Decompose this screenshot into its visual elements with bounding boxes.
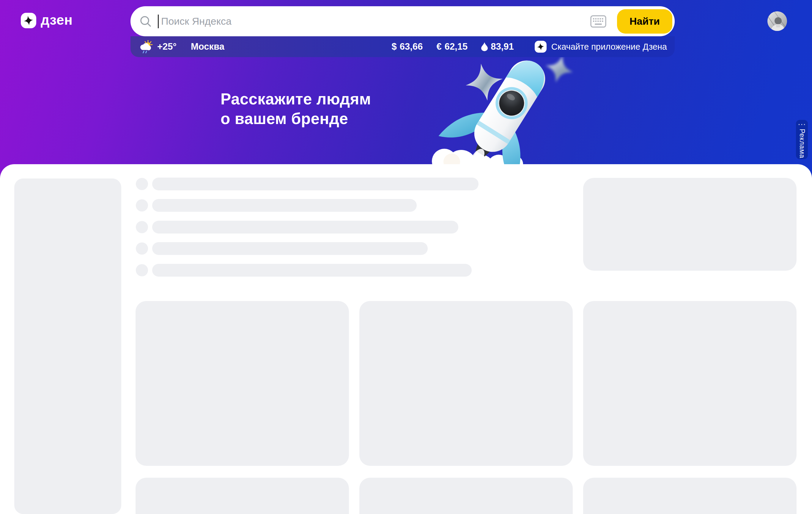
info-bar: +25° Москва $ 63,66 € 62,15 83,91 [130, 36, 675, 57]
user-avatar[interactable] [767, 11, 787, 31]
dzen-star-icon [21, 13, 36, 28]
usd-rate[interactable]: $ 63,66 [392, 42, 423, 52]
feed-row-bar-skeleton [152, 178, 478, 190]
widget-card-skeleton [583, 178, 796, 271]
app-promo-text: Скачайте приложение Дзена [551, 42, 667, 52]
content-panel [0, 164, 812, 514]
dzen-homepage: Расскажите людям о вашем бренде ⋯ Реклам… [0, 0, 812, 514]
hero-title-line1: Расскажите людям [221, 89, 371, 109]
keyboard-icon[interactable] [590, 15, 606, 28]
content-card-skeleton [136, 478, 349, 514]
feed-row-avatar-skeleton [136, 178, 148, 190]
content-card-skeleton [359, 301, 573, 466]
weather-sun-rain-icon [139, 40, 153, 53]
eur-symbol: € [436, 42, 441, 52]
city-link[interactable]: Москва [191, 42, 224, 52]
content-card-skeleton [136, 301, 349, 466]
dzen-logo[interactable]: дзен [21, 12, 72, 29]
temperature-value: +25° [157, 42, 177, 52]
ad-info-tab[interactable]: ⋯ Реклама [796, 120, 808, 159]
feed-row-bar-skeleton [152, 221, 458, 234]
ad-tab-label: Реклама [798, 129, 806, 158]
eur-value: 62,15 [445, 42, 468, 52]
rocket-illustration [416, 54, 600, 173]
hero-banner-title: Расскажите людям о вашем бренде [221, 89, 371, 129]
feed-row-avatar-skeleton [136, 242, 148, 254]
search-icon [139, 15, 152, 28]
usd-value: 63,66 [400, 42, 423, 52]
text-cursor [158, 15, 159, 28]
weather-block[interactable]: +25° Москва [139, 40, 224, 53]
feed-row-avatar-skeleton [136, 264, 148, 276]
search-bar[interactable]: Найти [130, 6, 675, 36]
feed-row-bar-skeleton [152, 199, 417, 212]
search-input[interactable] [161, 15, 590, 27]
content-card-skeleton [583, 478, 796, 514]
dzen-logo-text: дзен [41, 13, 72, 28]
oil-rate[interactable]: 83,91 [481, 42, 514, 52]
dzen-mini-logo-icon [535, 41, 547, 53]
eur-rate[interactable]: € 62,15 [436, 42, 467, 52]
feed-row-bar-skeleton [152, 264, 472, 277]
content-card-skeleton [359, 478, 573, 514]
rates-and-promo: $ 63,66 € 62,15 83,91 Скачайте приложени… [392, 41, 667, 53]
feed-row-avatar-skeleton [136, 221, 148, 233]
usd-symbol: $ [392, 42, 397, 52]
search-submit-button[interactable]: Найти [617, 9, 672, 34]
hero-title-line2: о вашем бренде [221, 109, 371, 129]
droplet-icon [481, 42, 488, 51]
content-card-skeleton [583, 301, 796, 466]
sidebar-skeleton [14, 179, 121, 514]
oil-value: 83,91 [491, 42, 514, 52]
feed-row-bar-skeleton [152, 242, 428, 255]
feed-row-avatar-skeleton [136, 199, 148, 212]
ad-menu-dots-icon[interactable]: ⋯ [798, 120, 806, 128]
app-promo-link[interactable]: Скачайте приложение Дзена [535, 41, 667, 53]
